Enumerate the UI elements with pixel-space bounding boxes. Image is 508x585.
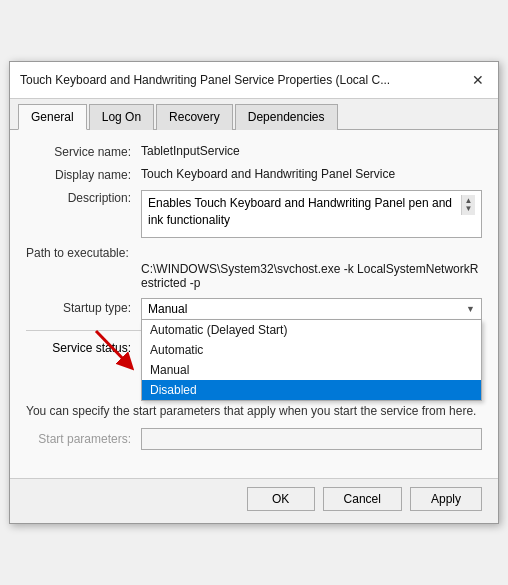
display-name-value: Touch Keyboard and Handwriting Panel Ser… bbox=[141, 167, 482, 181]
tab-dependencies[interactable]: Dependencies bbox=[235, 104, 338, 130]
scroll-down-icon[interactable]: ▼ bbox=[465, 205, 473, 213]
service-name-row: Service name: TabletInputService bbox=[26, 144, 482, 159]
service-name-value: TabletInputService bbox=[141, 144, 482, 158]
ok-button[interactable]: OK bbox=[247, 487, 315, 511]
startup-type-dropdown[interactable]: Manual ▼ bbox=[141, 298, 482, 320]
tab-general[interactable]: General bbox=[18, 104, 87, 130]
properties-window: Touch Keyboard and Handwriting Panel Ser… bbox=[9, 61, 499, 524]
start-params-row: Start parameters: bbox=[26, 428, 482, 450]
hint-text: You can specify the start parameters tha… bbox=[26, 403, 482, 420]
description-box: Enables Touch Keyboard and Handwriting P… bbox=[141, 190, 482, 238]
dropdown-item-auto-delayed[interactable]: Automatic (Delayed Start) bbox=[142, 320, 481, 340]
path-value: C:\WINDOWS\System32\svchost.exe -k Local… bbox=[26, 262, 482, 290]
start-params-input[interactable] bbox=[141, 428, 482, 450]
chevron-down-icon: ▼ bbox=[466, 304, 475, 314]
description-value: Enables Touch Keyboard and Handwriting P… bbox=[148, 195, 461, 229]
description-scrollbar[interactable]: ▲ ▼ bbox=[461, 195, 475, 215]
description-label: Description: bbox=[26, 190, 141, 205]
startup-dropdown-wrapper: Manual ▼ Automatic (Delayed Start) Autom… bbox=[141, 298, 482, 320]
tab-recovery[interactable]: Recovery bbox=[156, 104, 233, 130]
cancel-button[interactable]: Cancel bbox=[323, 487, 402, 511]
start-params-label: Start parameters: bbox=[26, 432, 141, 446]
startup-type-row: Startup type: Manual ▼ Automatic (Delaye… bbox=[26, 298, 482, 320]
window-title: Touch Keyboard and Handwriting Panel Ser… bbox=[20, 73, 468, 87]
service-name-label: Service name: bbox=[26, 144, 141, 159]
tab-bar: General Log On Recovery Dependencies bbox=[10, 99, 498, 130]
content-panel: Service name: TabletInputService Display… bbox=[10, 130, 498, 478]
dropdown-item-disabled[interactable]: Disabled bbox=[142, 380, 481, 400]
display-name-label: Display name: bbox=[26, 167, 141, 182]
description-row: Description: Enables Touch Keyboard and … bbox=[26, 190, 482, 238]
bottom-buttons-bar: OK Cancel Apply bbox=[10, 478, 498, 523]
dropdown-item-auto[interactable]: Automatic bbox=[142, 340, 481, 360]
apply-button[interactable]: Apply bbox=[410, 487, 482, 511]
dropdown-item-manual[interactable]: Manual bbox=[142, 360, 481, 380]
service-status-label: Service status: bbox=[26, 341, 141, 355]
close-button[interactable]: ✕ bbox=[468, 70, 488, 90]
tab-logon[interactable]: Log On bbox=[89, 104, 154, 130]
startup-dropdown-menu: Automatic (Delayed Start) Automatic Manu… bbox=[141, 320, 482, 401]
display-name-row: Display name: Touch Keyboard and Handwri… bbox=[26, 167, 482, 182]
startup-type-label: Startup type: bbox=[26, 298, 141, 315]
path-section: Path to executable: C:\WINDOWS\System32\… bbox=[26, 246, 482, 290]
title-bar: Touch Keyboard and Handwriting Panel Ser… bbox=[10, 62, 498, 99]
startup-type-value: Manual bbox=[148, 302, 187, 316]
path-label: Path to executable: bbox=[26, 246, 482, 260]
